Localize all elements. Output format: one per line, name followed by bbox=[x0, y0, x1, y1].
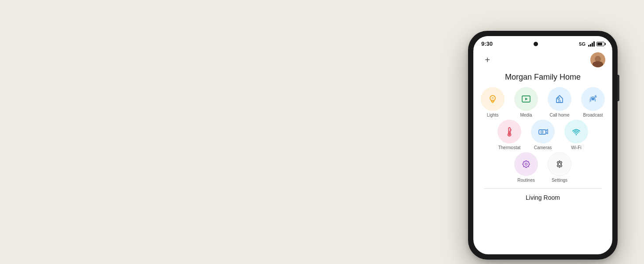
signal-bars-icon bbox=[588, 41, 595, 47]
app-content: Lights Media bbox=[473, 87, 612, 254]
cameras-icon bbox=[537, 126, 549, 137]
svg-point-30 bbox=[558, 163, 561, 166]
cameras-item[interactable]: Cameras bbox=[528, 120, 558, 150]
avatar[interactable] bbox=[590, 52, 605, 67]
lights-item[interactable]: Lights bbox=[478, 87, 508, 118]
media-item[interactable]: Media bbox=[511, 87, 541, 118]
status-time: 9:30 bbox=[481, 40, 493, 47]
battery-fill bbox=[597, 43, 602, 45]
status-icons: 5G bbox=[579, 41, 604, 47]
cameras-icon-circle bbox=[531, 120, 555, 143]
callhome-label: Call home bbox=[549, 113, 569, 118]
status-bar: 9:30 5G bbox=[473, 36, 612, 49]
section-label: Living Room bbox=[477, 192, 609, 203]
icons-row-3: Routines Settings bbox=[511, 152, 574, 183]
wifi-icon bbox=[571, 126, 582, 137]
lights-label: Lights bbox=[487, 113, 499, 118]
settings-item[interactable]: Settings bbox=[545, 152, 574, 183]
thermostat-icon bbox=[504, 126, 515, 137]
settings-label: Settings bbox=[552, 178, 567, 183]
icons-row-1: Lights Media bbox=[478, 87, 608, 118]
phone-frame: 9:30 5G + bbox=[468, 31, 618, 260]
media-icon bbox=[520, 93, 532, 105]
cameras-label: Cameras bbox=[534, 145, 552, 150]
svg-point-21 bbox=[525, 163, 527, 165]
svg-point-13 bbox=[509, 134, 510, 136]
icons-grid: Lights Media bbox=[477, 87, 609, 183]
phone-screen: 9:30 5G + bbox=[473, 36, 612, 254]
svg-point-2 bbox=[491, 97, 494, 99]
camera-notch bbox=[534, 42, 538, 46]
routines-item[interactable]: Routines bbox=[511, 152, 541, 183]
wifi-label: Wi-Fi bbox=[571, 145, 581, 150]
thermostat-label: Thermostat bbox=[498, 145, 521, 150]
svg-line-8 bbox=[595, 95, 596, 96]
svg-rect-5 bbox=[558, 100, 561, 103]
thermostat-item[interactable]: Thermostat bbox=[494, 120, 524, 150]
svg-point-19 bbox=[576, 134, 577, 136]
app-header: + bbox=[473, 49, 612, 69]
routines-label: Routines bbox=[517, 178, 534, 183]
home-title: Morgan Family Home bbox=[473, 69, 612, 87]
add-button[interactable]: + bbox=[480, 53, 494, 67]
lights-icon-circle bbox=[481, 87, 505, 111]
routines-icon-circle bbox=[514, 152, 538, 176]
broadcast-item[interactable]: Broadcast bbox=[578, 87, 608, 118]
phone-wrapper: 9:30 5G + bbox=[468, 31, 618, 260]
broadcast-icon-circle bbox=[581, 87, 605, 111]
settings-icon-circle bbox=[548, 152, 571, 176]
callhome-item[interactable]: Call home bbox=[545, 87, 574, 118]
broadcast-icon bbox=[587, 93, 599, 105]
svg-point-6 bbox=[592, 98, 594, 100]
routines-icon bbox=[520, 158, 532, 170]
svg-rect-16 bbox=[539, 130, 546, 134]
avatar-face bbox=[590, 52, 605, 67]
wifi-item[interactable]: Wi-Fi bbox=[561, 120, 591, 150]
thermostat-icon-circle bbox=[498, 120, 521, 143]
battery-icon bbox=[596, 42, 604, 46]
settings-icon bbox=[554, 158, 565, 170]
callhome-icon bbox=[554, 93, 565, 105]
icons-row-2: Thermostat Cameras bbox=[494, 120, 591, 150]
lights-icon bbox=[487, 93, 498, 105]
media-icon-circle bbox=[514, 87, 538, 111]
callhome-icon-circle bbox=[548, 87, 571, 111]
section-divider bbox=[484, 188, 602, 189]
svg-marker-4 bbox=[525, 98, 528, 100]
broadcast-label: Broadcast bbox=[583, 113, 603, 118]
network-label: 5G bbox=[579, 41, 585, 47]
svg-point-18 bbox=[541, 131, 543, 133]
media-label: Media bbox=[520, 113, 532, 118]
wifi-icon-circle bbox=[564, 120, 588, 143]
